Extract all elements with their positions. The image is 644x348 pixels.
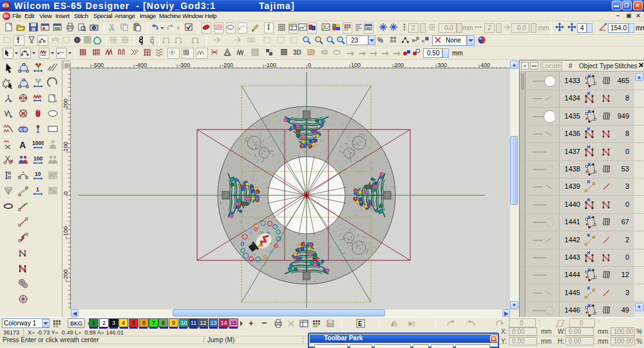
svg-text:1000: 1000 bbox=[32, 140, 44, 146]
svg-text:-500: -500 bbox=[92, 62, 104, 68]
svg-text:200: 200 bbox=[394, 62, 404, 68]
svg-text:100: 100 bbox=[33, 155, 43, 162]
svg-text:100: 100 bbox=[351, 62, 361, 68]
svg-text:300: 300 bbox=[437, 62, 447, 68]
svg-text:-200: -200 bbox=[63, 269, 69, 281]
svg-text:E: E bbox=[358, 320, 363, 327]
svg-text:A: A bbox=[19, 140, 26, 150]
svg-text:-300: -300 bbox=[178, 62, 190, 68]
svg-text:0: 0 bbox=[308, 62, 311, 68]
svg-text:1: 1 bbox=[36, 186, 39, 193]
svg-text:400: 400 bbox=[480, 62, 490, 68]
svg-text:-100: -100 bbox=[265, 62, 276, 68]
svg-text:-400: -400 bbox=[135, 62, 147, 68]
svg-text:-100: -100 bbox=[63, 226, 69, 238]
svg-text:10: 10 bbox=[35, 171, 41, 177]
svg-text:3D: 3D bbox=[293, 49, 301, 56]
svg-text:0: 0 bbox=[63, 191, 69, 195]
svg-text:100: 100 bbox=[63, 142, 69, 151]
svg-text:200: 200 bbox=[63, 99, 69, 108]
svg-text:-200: -200 bbox=[222, 62, 233, 68]
